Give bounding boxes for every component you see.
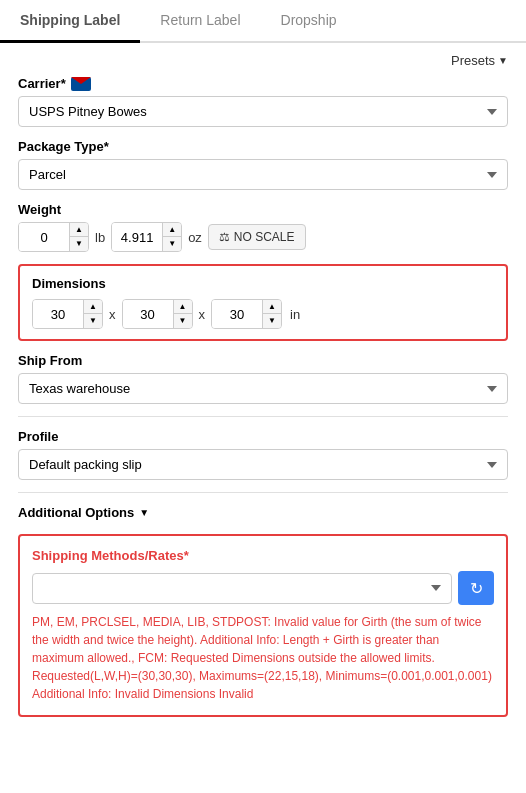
height-spinner: ▲ ▼ [262,300,281,328]
profile-label: Profile [18,429,508,444]
length-spinner: ▲ ▼ [83,300,102,328]
weight-lb-input[interactable]: ▲ ▼ [18,222,89,252]
weight-row: ▲ ▼ lb ▲ ▼ oz ⚖ NO SCALE [18,222,508,252]
weight-oz-spinner: ▲ ▼ [162,223,181,251]
scale-icon: ⚖ [219,230,230,244]
length-input[interactable]: ▲ ▼ [32,299,103,329]
weight-lb-down[interactable]: ▼ [70,237,88,251]
length-up[interactable]: ▲ [84,300,102,314]
additional-options-toggle[interactable]: Additional Options ▼ [18,505,508,520]
package-type-field: Package Type* Parcel [18,139,508,190]
weight-lb-value[interactable] [19,223,69,251]
weight-lb-spinner: ▲ ▼ [69,223,88,251]
shipping-methods-select[interactable] [32,573,452,604]
weight-label: Weight [18,202,508,217]
package-type-label: Package Type* [18,139,508,154]
ship-from-field: Ship From Texas warehouse [18,353,508,404]
weight-oz-down[interactable]: ▼ [163,237,181,251]
height-down[interactable]: ▼ [263,314,281,328]
oz-unit-label: oz [188,230,202,245]
width-spinner: ▲ ▼ [173,300,192,328]
width-down[interactable]: ▼ [174,314,192,328]
lb-unit-label: lb [95,230,105,245]
ship-from-label: Ship From [18,353,508,368]
shipping-error-text: PM, EM, PRCLSEL, MEDIA, LIB, STDPOST: In… [32,613,494,703]
height-up[interactable]: ▲ [263,300,281,314]
dimensions-label: Dimensions [32,276,494,291]
x-separator-2: x [199,307,206,322]
shipping-methods-label: Shipping Methods/Rates* [32,548,494,563]
weight-lb-up[interactable]: ▲ [70,223,88,237]
presets-row: Presets ▼ [18,53,508,68]
weight-oz-input[interactable]: ▲ ▼ [111,222,182,252]
length-down[interactable]: ▼ [84,314,102,328]
weight-field: Weight ▲ ▼ lb ▲ ▼ oz ⚖ NO SCALE [18,202,508,252]
shipping-methods-row: ↻ [32,571,494,605]
presets-button[interactable]: Presets ▼ [451,53,508,68]
package-type-select[interactable]: Parcel [18,159,508,190]
dim-unit-label: in [290,307,300,322]
carrier-label: Carrier* [18,76,508,91]
profile-field: Profile Default packing slip [18,429,508,480]
dimensions-section: Dimensions ▲ ▼ x ▲ ▼ x ▲ [18,264,508,341]
additional-options-label: Additional Options [18,505,134,520]
profile-select[interactable]: Default packing slip [18,449,508,480]
usps-icon [71,77,91,91]
carrier-field: Carrier* USPS Pitney Bowes [18,76,508,127]
tab-bar: Shipping Label Return Label Dropship [0,0,526,43]
divider-2 [18,492,508,493]
additional-options-arrow: ▼ [139,507,149,518]
ship-from-select[interactable]: Texas warehouse [18,373,508,404]
carrier-select[interactable]: USPS Pitney Bowes [18,96,508,127]
refresh-rates-button[interactable]: ↻ [458,571,494,605]
height-value[interactable] [212,300,262,328]
tab-shipping-label[interactable]: Shipping Label [0,0,140,43]
tab-dropship[interactable]: Dropship [261,0,357,43]
dimensions-row: ▲ ▼ x ▲ ▼ x ▲ ▼ in [32,299,494,329]
width-input[interactable]: ▲ ▼ [122,299,193,329]
width-up[interactable]: ▲ [174,300,192,314]
refresh-icon: ↻ [470,579,483,598]
weight-oz-up[interactable]: ▲ [163,223,181,237]
divider-1 [18,416,508,417]
x-separator-1: x [109,307,116,322]
presets-label: Presets [451,53,495,68]
presets-arrow: ▼ [498,55,508,66]
width-value[interactable] [123,300,173,328]
tab-return-label[interactable]: Return Label [140,0,260,43]
shipping-methods-section: Shipping Methods/Rates* ↻ PM, EM, PRCLSE… [18,534,508,717]
length-value[interactable] [33,300,83,328]
main-content: Presets ▼ Carrier* USPS Pitney Bowes Pac… [0,43,526,735]
scale-label: NO SCALE [234,230,295,244]
weight-oz-value[interactable] [112,223,162,251]
height-input[interactable]: ▲ ▼ [211,299,282,329]
scale-button[interactable]: ⚖ NO SCALE [208,224,306,250]
